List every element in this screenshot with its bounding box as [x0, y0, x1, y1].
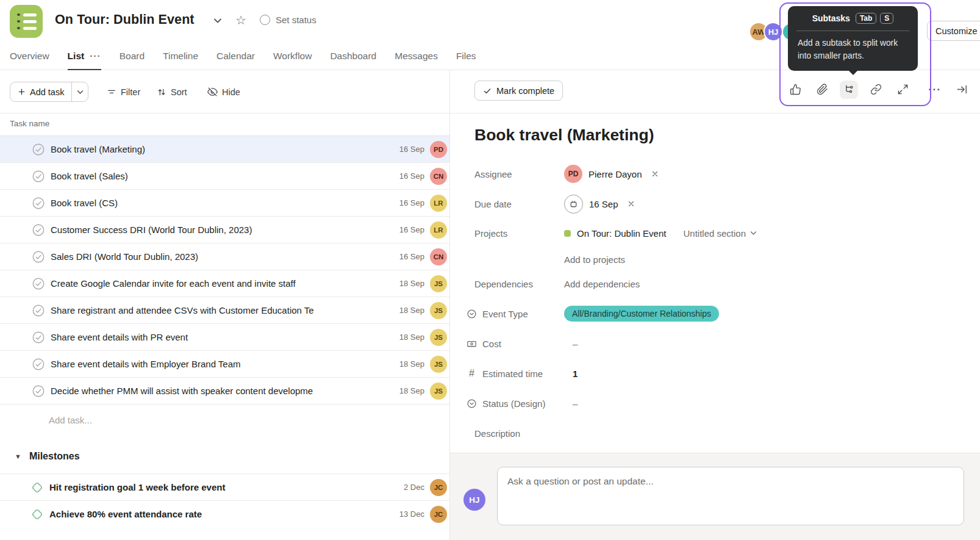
tab-overview[interactable]: Overview: [10, 43, 49, 70]
task-detail-title[interactable]: Book travel (Marketing): [474, 126, 654, 145]
attach-button[interactable]: [813, 81, 831, 99]
field-projects: Projects On Tour: Dublin Event Untitled …: [467, 221, 967, 245]
title-chevron-down-icon[interactable]: [213, 18, 222, 24]
milestone-row[interactable]: Achieve 80% event attendance rate 13 Dec…: [0, 500, 449, 527]
task-name[interactable]: Decide whether PMM will assist with spea…: [51, 386, 395, 396]
add-to-projects-link[interactable]: Add to projects: [564, 254, 625, 265]
task-name[interactable]: Book travel (CS): [51, 198, 395, 208]
customize-button[interactable]: Customize: [927, 21, 980, 41]
task-due-date: 18 Sep: [399, 306, 424, 315]
task-row[interactable]: Sales DRI (World Tour Dublin, 2023) 16 S…: [0, 243, 449, 270]
task-row[interactable]: Decide whether PMM will assist with spea…: [0, 378, 449, 405]
set-status-button[interactable]: Set status: [260, 15, 317, 25]
sort-button[interactable]: Sort: [157, 82, 187, 102]
milestones-section-header[interactable]: ▼ Milestones: [0, 442, 449, 471]
task-row[interactable]: Share event details with Employer Brand …: [0, 351, 449, 378]
complete-check-icon[interactable]: [32, 143, 45, 156]
page-title: On Tour: Dublin Event: [55, 12, 195, 27]
status-design-value[interactable]: –: [564, 398, 578, 409]
complete-check-icon[interactable]: [32, 223, 45, 237]
complete-check-icon[interactable]: [32, 384, 45, 398]
column-header-task-name[interactable]: Task name: [10, 119, 49, 128]
milestone-diamond-icon[interactable]: [30, 508, 44, 521]
task-row[interactable]: Book travel (CS) 16 Sep LR: [0, 190, 449, 217]
assignee-name[interactable]: Pierre Dayon: [588, 169, 642, 179]
tab-timeline[interactable]: Timeline: [163, 43, 198, 70]
milestone-name[interactable]: Achieve 80% event attendance rate: [49, 509, 395, 519]
comment-input-box[interactable]: [497, 467, 964, 525]
task-name[interactable]: Share event details with PR event: [51, 332, 395, 342]
tooltip-title: Subtasks: [812, 13, 850, 23]
hide-button[interactable]: Hide: [207, 82, 240, 102]
set-status-label: Set status: [276, 15, 317, 25]
field-status-design: Status (Design) –: [467, 392, 967, 415]
task-row[interactable]: Book travel (Marketing) 16 Sep PD: [0, 136, 449, 163]
task-row[interactable]: Customer Success DRI (World Tour Dublin,…: [0, 217, 449, 243]
section-title[interactable]: Milestones: [29, 451, 80, 462]
tab-files[interactable]: Files: [456, 43, 476, 70]
assignee-avatar: CN: [430, 168, 447, 185]
task-name[interactable]: Book travel (Sales): [51, 171, 395, 181]
chevron-down-icon: [77, 90, 84, 95]
task-row[interactable]: Create Google Calendar invite for each e…: [0, 270, 449, 297]
tab-list[interactable]: List ···: [68, 43, 101, 70]
milestone-name[interactable]: Hit registration goal 1 week before even…: [49, 482, 399, 492]
task-row[interactable]: Book travel (Sales) 16 Sep CN: [0, 163, 449, 190]
copy-link-button[interactable]: [867, 81, 885, 99]
task-name[interactable]: Share registrant and attendee CSVs with …: [51, 305, 395, 315]
complete-check-icon[interactable]: [32, 170, 45, 183]
task-row[interactable]: Share registrant and attendee CSVs with …: [0, 297, 449, 324]
milestone-row[interactable]: Hit registration goal 1 week before even…: [0, 473, 449, 500]
add-subtask-button[interactable]: [840, 81, 858, 99]
tab-board[interactable]: Board: [120, 43, 145, 70]
section-selector[interactable]: Untitled section: [683, 228, 757, 239]
inline-add-task[interactable]: Add task...: [49, 406, 92, 433]
collapse-pane-button[interactable]: [953, 81, 971, 99]
complete-check-icon[interactable]: [32, 304, 45, 317]
tab-workflow[interactable]: Workflow: [273, 43, 312, 70]
milestone-due-date: 2 Dec: [404, 483, 424, 492]
tab-messages[interactable]: Messages: [395, 43, 438, 70]
task-name[interactable]: Share event details with Employer Brand …: [51, 359, 395, 369]
field-cost: Cost –: [467, 332, 967, 355]
remove-assignee-icon[interactable]: [651, 170, 659, 178]
tab-options-icon[interactable]: ···: [90, 51, 101, 62]
complete-check-icon[interactable]: [32, 358, 45, 371]
due-date-value[interactable]: 16 Sep: [589, 199, 618, 209]
keycap-tab: Tab: [856, 13, 876, 24]
project-name[interactable]: On Tour: Dublin Event: [577, 228, 666, 239]
remove-due-date-icon[interactable]: [627, 200, 635, 208]
add-task-button[interactable]: Add task: [10, 82, 88, 102]
field-assignee: Assignee PD Pierre Dayon: [467, 162, 967, 185]
complete-check-icon[interactable]: [32, 196, 45, 210]
tab-dashboard[interactable]: Dashboard: [330, 43, 376, 70]
more-options-button[interactable]: ···: [926, 81, 944, 99]
task-name[interactable]: Create Google Calendar invite for each e…: [51, 278, 395, 289]
cost-value[interactable]: –: [564, 339, 578, 349]
calendar-icon[interactable]: [564, 195, 583, 214]
task-name[interactable]: Book travel (Marketing): [51, 144, 395, 154]
like-button[interactable]: [786, 81, 804, 99]
task-name[interactable]: Sales DRI (World Tour Dublin, 2023): [51, 251, 395, 262]
event-type-pill[interactable]: All/Branding/Customer Relationships: [564, 306, 719, 322]
expand-button[interactable]: [893, 81, 912, 99]
task-row[interactable]: Share event details with PR event 18 Sep…: [0, 324, 449, 351]
milestone-diamond-icon[interactable]: [30, 481, 44, 494]
avatar[interactable]: HJ: [764, 22, 783, 41]
collapse-caret-icon[interactable]: ▼: [15, 453, 21, 460]
comment-input[interactable]: [498, 467, 964, 525]
add-dependencies-link[interactable]: Add dependencies: [564, 279, 640, 289]
add-task-dropdown[interactable]: [71, 82, 88, 101]
complete-check-icon[interactable]: [32, 331, 45, 344]
task-list: Book travel (Marketing) 16 Sep PD Book t…: [0, 135, 449, 405]
favorite-star-icon[interactable]: ☆: [235, 13, 246, 27]
mark-complete-button[interactable]: Mark complete: [474, 81, 563, 101]
collaborator-avatars[interactable]: AW HJ: [749, 22, 783, 41]
filter-button[interactable]: Filter: [107, 82, 140, 102]
assignee-avatar: PD: [564, 165, 582, 183]
tab-calendar[interactable]: Calendar: [216, 43, 255, 70]
complete-check-icon[interactable]: [32, 250, 45, 264]
complete-check-icon[interactable]: [32, 277, 45, 290]
estimated-time-value[interactable]: 1: [564, 369, 578, 379]
task-name[interactable]: Customer Success DRI (World Tour Dublin,…: [51, 225, 395, 235]
